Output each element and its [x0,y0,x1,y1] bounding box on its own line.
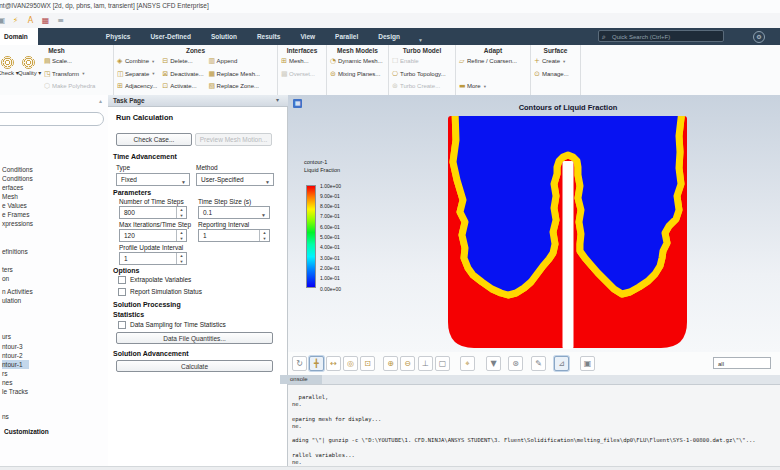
quality-button[interactable]: Quality ▾ [18,55,39,77]
data-file-quantities-button[interactable]: Data File Quantities... [116,332,273,344]
tree-filter-input[interactable] [0,112,104,126]
report-simulation-status-checkbox[interactable] [118,288,126,296]
rotate-view-icon[interactable]: ↻ [292,356,307,371]
tree-item[interactable]: xpressions [2,219,33,228]
ribbon-item-separate[interactable]: ◫Separate▾ [117,68,157,81]
probe-icon[interactable]: ⌖ [460,356,475,371]
tree-item[interactable]: ntour-2 [2,351,23,360]
tree-item[interactable]: ns [2,412,9,421]
tree-item[interactable]: nes [2,378,12,387]
create-surface-icon: + [534,57,542,65]
axes-triad-icon[interactable]: ⊥ [418,356,433,371]
zoom-out-icon[interactable]: ⊖ [400,356,415,371]
lightning-icon[interactable]: ⚡ [10,15,21,26]
data-sampling-checkbox[interactable] [118,321,126,329]
tree-item[interactable]: ters [2,265,13,274]
spinner-arrows[interactable]: ▲▼ [176,230,186,241]
console-tab[interactable]: onsole [280,375,322,384]
tree-item[interactable]: efinitions [2,247,28,256]
filter-icon[interactable]: ▼ [486,356,501,371]
tree-item[interactable]: Conditions [2,174,33,183]
ribbon-item-combine[interactable]: ◈Combine▾ [117,55,157,68]
ribbon-item-append[interactable]: ▥Append [209,55,260,68]
plot-icon[interactable]: ⊿ [554,356,569,371]
zoom-box-icon[interactable]: ⊡ [360,356,375,371]
ribbon-item-label: More [467,83,481,89]
panel-collapse-icon[interactable]: ▴ [99,97,102,104]
pin-icon[interactable]: ▾ [276,96,279,103]
zoom-in-icon[interactable]: ⊕ [383,356,398,371]
annotate-icon[interactable]: ✎ [531,356,546,371]
quick-search-input[interactable]: ⌕ Quick Search (Ctrl+F) [598,30,724,42]
dolly-zoom-icon[interactable]: ↔ [326,356,341,371]
tree-item[interactable]: erfaces [2,183,23,192]
tree-item[interactable]: e Frames [2,210,29,219]
ribbon-item-adjacency[interactable]: ⊞Adjacency... [117,80,157,93]
surface-filter-dropdown[interactable]: all [713,357,771,369]
check-case-button[interactable]: Check Case... [116,133,192,146]
spinner-arrows[interactable]: ▲▼ [176,207,186,218]
time-step-size-combo[interactable]: 0.1 ▼ [198,206,270,219]
list-icon[interactable]: ≡ [55,15,66,26]
tree-item[interactable]: n Activities [2,287,33,296]
calculate-button[interactable]: Calculate [116,360,273,372]
tab-results[interactable]: Results [247,28,290,45]
orbit-icon[interactable]: ⊛ [508,356,523,371]
tree-item-selected[interactable]: ntour-1 [2,360,29,369]
tab-view[interactable]: View [290,28,325,45]
ribbon-item-activate[interactable]: ⊡Activate... [162,80,203,93]
ribbon-group-mesh-models: Mesh Models◔Dynamic Mesh...⊜Mixing Plane… [327,45,389,95]
ribbon-item-transform[interactable]: ◳Transform▾ [44,68,95,81]
ribbon-item-refine-coarsen[interactable]: ▱Refine / Coarsen... [459,55,517,68]
ribbon-item-dynamic-mesh[interactable]: ◔Dynamic Mesh... [330,55,383,68]
console-panel[interactable]: onsole parallel,ne. eparing mesh for dis… [288,375,780,466]
ribbon-item-create[interactable]: +Create▾ [534,55,569,68]
profile-update-interval-input[interactable]: 1 ▲▼ [119,252,187,265]
tree-item[interactable]: rs [2,369,7,378]
ribbon-item-mesh[interactable]: ⊞Mesh... [281,55,315,68]
reporting-interval-input[interactable]: 1 ▲▼ [198,229,270,242]
type-dropdown[interactable]: Fixed ▼ [116,173,190,186]
tab-domain[interactable]: Domain [0,28,38,45]
ribbon-item-replace-mesh[interactable]: ▦Replace Mesh... [209,68,260,81]
ribbon-item-deactivate[interactable]: ⊠Deactivate... [162,68,203,81]
ribbon-item-manage[interactable]: ⊙Manage... [534,68,569,81]
tree-item[interactable]: Customization [4,427,49,436]
spinner-arrows[interactable]: ▲▼ [176,253,186,264]
tab-user-defined[interactable]: User-Defined [140,28,200,45]
ribbon-item-turbo-topology[interactable]: ⎔Turbo Topology... [392,68,446,81]
tree-item[interactable]: ntour-3 [2,342,23,351]
magnify-icon[interactable]: ◎ [343,356,358,371]
tree-item[interactable]: le Tracks [2,387,28,396]
tree-item[interactable]: urs [2,332,11,341]
spinner-arrows[interactable]: ▲▼ [259,230,269,241]
new-page-icon[interactable]: ▢ [435,356,450,371]
ribbon-item-scale[interactable]: ▤Scale... [44,55,95,68]
ribbon-item-more[interactable]: ▬More▾ [459,80,517,93]
ribbon-item-delete[interactable]: ⊟Delete... [162,55,203,68]
tree-item[interactable]: Mesh [2,192,18,201]
settings-icon[interactable]: ⚙ [753,31,765,43]
check-button[interactable]: Check ▾ [0,55,18,77]
app-icon[interactable]: ▣ [0,15,7,26]
extrapolate-variables-checkbox[interactable] [118,276,126,284]
tree-item[interactable]: e Values [2,201,27,210]
tab-solution[interactable]: Solution [201,28,247,45]
num-time-steps-input[interactable]: 800 ▲▼ [119,206,187,219]
table-icon[interactable]: ▦ [40,15,51,26]
ribbon-item-replace-zone[interactable]: ▧Replace Zone... [209,80,260,93]
graphics-tab-icon[interactable]: ▦ [293,99,302,108]
export-icon[interactable]: ▣ [580,356,595,371]
max-iterations-input[interactable]: 120 ▲▼ [119,229,187,242]
tree-item[interactable]: on [2,274,9,283]
ribbon-item-mixing-planes[interactable]: ⊜Mixing Planes... [330,68,383,81]
tree-item[interactable]: ulation [2,296,21,305]
ansys-logo-icon[interactable]: A [25,15,36,26]
tab-physics[interactable]: Physics [96,28,141,45]
tree-item[interactable]: Conditions [2,165,33,174]
method-dropdown[interactable]: User-Specified ▼ [196,173,274,186]
tab-parallel[interactable]: Parallel [325,28,368,45]
pan-icon[interactable]: ╋ [309,356,324,371]
tab-design[interactable]: Design [368,28,410,45]
graphics-window[interactable]: ▦ Contours of Liquid Fraction contour-1 … [288,95,780,352]
